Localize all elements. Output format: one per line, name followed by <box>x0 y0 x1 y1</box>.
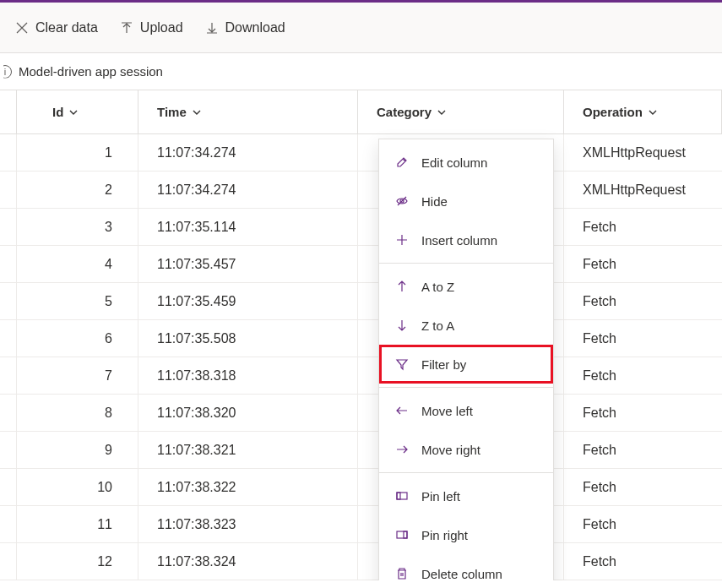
menu-item-label: Edit column <box>421 155 487 170</box>
column-context-menu: Edit columnHideInsert columnA to ZZ to A… <box>378 139 554 580</box>
column-header-operation-label: Operation <box>583 105 643 119</box>
column-header-operation[interactable]: Operation <box>583 105 658 119</box>
cell-id: 12 <box>17 543 138 580</box>
pin-left-icon <box>394 489 410 503</box>
clear-data-label: Clear data <box>35 20 98 35</box>
svg-rect-4 <box>404 531 407 538</box>
cell-operation: Fetch <box>564 506 722 542</box>
cell-time: 11:07:38.323 <box>138 506 358 542</box>
chevron-down-icon <box>192 107 202 117</box>
arrow-right-icon <box>394 443 410 456</box>
menu-item-label: Pin left <box>421 489 460 504</box>
trash-icon <box>394 567 410 580</box>
menu-item-move-left[interactable]: Move left <box>379 391 553 430</box>
table-row[interactable]: 911:07:38.321Fetch <box>0 432 722 469</box>
row-selector[interactable] <box>0 543 17 580</box>
download-icon <box>205 21 219 35</box>
cell-time: 11:07:34.274 <box>138 134 358 171</box>
table-row[interactable]: 1111:07:38.323Fetch <box>0 506 722 543</box>
column-header-id[interactable]: Id <box>52 105 79 119</box>
column-header-id-label: Id <box>52 105 63 119</box>
table-row[interactable]: 111:07:34.274XMLHttpRequest <box>0 134 722 172</box>
chevron-down-icon <box>648 107 658 117</box>
cell-time: 11:07:35.459 <box>138 283 358 319</box>
row-selector[interactable] <box>0 506 17 542</box>
row-selector[interactable] <box>0 134 17 171</box>
table-row[interactable]: 811:07:38.320Fetch <box>0 395 722 432</box>
row-selector[interactable] <box>0 246 17 282</box>
table-row[interactable]: 411:07:35.457Fetch <box>0 246 722 283</box>
menu-item-label: Filter by <box>421 357 466 372</box>
row-selector[interactable] <box>0 283 17 319</box>
table-row[interactable]: 1211:07:38.324Fetch <box>0 543 722 580</box>
menu-item-insert-column[interactable]: Insert column <box>379 220 553 259</box>
cell-operation: XMLHttpRequest <box>564 172 722 208</box>
menu-item-label: A to Z <box>421 280 454 294</box>
edit-icon <box>394 155 410 169</box>
cell-id: 1 <box>17 134 138 171</box>
cell-operation: Fetch <box>564 469 722 505</box>
cell-operation: Fetch <box>564 357 722 394</box>
cell-id: 4 <box>17 246 138 282</box>
chevron-down-icon <box>68 107 79 117</box>
upload-button[interactable]: Upload <box>120 20 183 35</box>
cell-operation: Fetch <box>564 543 722 580</box>
menu-item-filter-by[interactable]: Filter by <box>379 345 553 384</box>
breadcrumb: i Model-driven app session <box>0 53 722 90</box>
cell-id: 11 <box>17 506 138 542</box>
menu-item-delete-column[interactable]: Delete column <box>379 554 553 580</box>
row-selector[interactable] <box>0 209 17 245</box>
row-selector[interactable] <box>0 320 17 357</box>
cell-operation: Fetch <box>564 320 722 357</box>
cell-time: 11:07:38.321 <box>138 432 358 468</box>
download-label: Download <box>225 20 285 35</box>
menu-item-sort-asc[interactable]: A to Z <box>379 267 553 306</box>
pin-right-icon <box>394 528 410 542</box>
column-header-category-label: Category <box>377 105 432 119</box>
arrow-down-icon <box>394 318 410 332</box>
cell-time: 11:07:34.274 <box>138 172 358 208</box>
table-row[interactable]: 311:07:35.114Fetch <box>0 209 722 246</box>
menu-item-move-right[interactable]: Move right <box>379 430 553 469</box>
row-selector[interactable] <box>0 432 17 468</box>
cell-operation: Fetch <box>564 246 722 282</box>
row-selector[interactable] <box>0 357 17 394</box>
cell-operation: Fetch <box>564 283 722 319</box>
cell-time: 11:07:35.508 <box>138 320 358 357</box>
cell-id: 6 <box>17 320 138 357</box>
row-selector-header[interactable] <box>0 90 17 133</box>
plus-icon <box>394 233 410 247</box>
row-selector[interactable] <box>0 172 17 208</box>
table-row[interactable]: 211:07:34.274XMLHttpRequest <box>0 172 722 209</box>
column-header-time-label: Time <box>157 105 187 119</box>
menu-item-sort-desc[interactable]: Z to A <box>379 306 553 345</box>
cell-time: 11:07:35.114 <box>138 209 358 245</box>
cell-time: 11:07:38.324 <box>138 543 358 580</box>
column-header-category[interactable]: Category <box>377 105 447 119</box>
row-selector[interactable] <box>0 469 17 505</box>
menu-item-label: Z to A <box>421 318 454 333</box>
table-row[interactable]: 1011:07:38.322Fetch <box>0 469 722 506</box>
column-header-time[interactable]: Time <box>157 105 202 119</box>
menu-item-pin-left[interactable]: Pin left <box>379 476 553 515</box>
cell-operation: Fetch <box>564 209 722 245</box>
row-selector[interactable] <box>0 395 17 431</box>
upload-label: Upload <box>140 20 183 35</box>
cell-time: 11:07:38.318 <box>138 357 358 394</box>
upload-icon <box>120 21 133 35</box>
hide-icon <box>394 194 410 208</box>
cell-id: 9 <box>17 432 138 468</box>
menu-item-hide-column[interactable]: Hide <box>379 182 553 220</box>
menu-item-edit-column[interactable]: Edit column <box>379 143 553 182</box>
table-row[interactable]: 511:07:35.459Fetch <box>0 283 722 320</box>
table-row[interactable]: 711:07:38.318Fetch <box>0 357 722 395</box>
cell-operation: Fetch <box>564 432 722 468</box>
table-row[interactable]: 611:07:35.508Fetch <box>0 320 722 357</box>
svg-rect-2 <box>397 493 400 499</box>
clear-data-button[interactable]: Clear data <box>15 20 98 35</box>
menu-item-pin-right[interactable]: Pin right <box>379 515 553 554</box>
menu-item-label: Move right <box>421 443 480 457</box>
cell-time: 11:07:38.320 <box>138 395 358 431</box>
download-button[interactable]: Download <box>205 20 285 35</box>
cell-id: 10 <box>17 469 138 505</box>
